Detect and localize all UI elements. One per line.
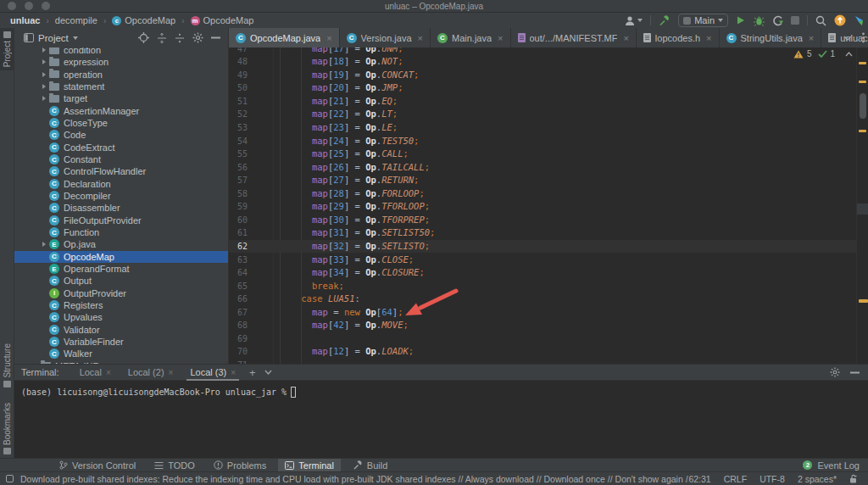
code-line-63[interactable]: 63 map[33] = Op.CLOSE; — [229, 254, 856, 267]
tree-item-variablefinder[interactable]: CVariableFinder — [14, 336, 229, 348]
line-number[interactable]: 62 — [229, 240, 248, 254]
breadcrumb-item-decompile[interactable]: decompile — [55, 15, 97, 25]
collapse-all-icon[interactable] — [175, 33, 185, 43]
search-everywhere-icon[interactable] — [815, 15, 826, 26]
code-line-58[interactable]: 58 map[28] = Op.FORLOOP; — [229, 187, 856, 201]
line-number[interactable]: 65 — [229, 280, 248, 293]
line-number[interactable]: 56 — [229, 161, 248, 175]
stop-icon[interactable] — [791, 16, 799, 25]
tree-item-validator[interactable]: CValidator — [14, 324, 229, 336]
tab-close-icon[interactable]: × — [418, 33, 423, 43]
code-line-56[interactable]: 56 map[26] = Op.TAILCALL; — [229, 161, 856, 175]
chevron-right-icon[interactable] — [38, 84, 49, 89]
scrollbar-thumb[interactable] — [860, 93, 866, 119]
terminal-tab-local-2[interactable]: Local (2)× — [120, 365, 182, 381]
file-encoding[interactable]: UTF-8 — [760, 474, 785, 484]
tree-item-registers[interactable]: CRegisters — [14, 299, 229, 311]
tree-item-fileoutputprovider[interactable]: CFileOutputProvider — [14, 215, 229, 226]
line-number[interactable]: 52 — [229, 108, 248, 121]
tree-item-code[interactable]: CCode — [14, 129, 229, 141]
tree-item-controlflowhandler[interactable]: CControlFlowHandler — [14, 165, 229, 177]
tab-stringutils-java[interactable]: CStringUtils.java× — [720, 28, 822, 47]
tree-item-decompiler[interactable]: CDecompiler — [14, 190, 229, 202]
caret-position[interactable]: 62:31 — [688, 474, 710, 484]
code-line-68[interactable]: 68 map[42] = Op.MOVE; — [229, 319, 856, 332]
tab-close-icon[interactable]: × — [106, 368, 111, 377]
tree-item-condition[interactable]: condition — [14, 47, 229, 56]
tool-window-button-todo[interactable]: TODO — [147, 459, 202, 472]
tree-item-closetype[interactable]: CCloseType — [14, 117, 229, 129]
inspections-widget[interactable]: 5 1 — [793, 48, 853, 59]
tab-close-icon[interactable]: × — [326, 33, 331, 43]
tab-close-icon[interactable]: × — [809, 33, 814, 43]
code-line-53[interactable]: 53 map[23] = Op.LE; — [229, 121, 856, 135]
line-number[interactable]: 58 — [229, 187, 248, 201]
code-line-50[interactable]: 50 map[20] = Op.JMP; — [229, 81, 856, 95]
tab-close-icon[interactable]: × — [706, 33, 711, 43]
tree-item-target[interactable]: target — [14, 92, 229, 104]
tool-window-button-build[interactable]: Build — [346, 459, 394, 472]
tool-window-button-terminal[interactable]: Terminal — [278, 459, 341, 472]
line-number[interactable]: 63 — [229, 254, 248, 267]
line-number[interactable]: 54 — [229, 135, 248, 148]
profiler-icon[interactable] — [772, 15, 783, 26]
tree-item-constant[interactable]: CConstant — [14, 153, 229, 165]
breadcrumb-item-opcodemap[interactable]: mOpcodeMap — [191, 15, 254, 25]
run-configuration-select[interactable]: Main — [678, 14, 728, 27]
chevron-right-icon[interactable] — [38, 47, 49, 53]
chevron-right-icon[interactable] — [38, 72, 49, 77]
code-line-64[interactable]: 64 map[34] = Op.CLOSURE; — [229, 266, 856, 280]
warning-stripe-mark[interactable] — [859, 130, 866, 132]
tree-item-disassembler[interactable]: CDisassembler — [14, 202, 229, 214]
code-line-59[interactable]: 59 map[29] = Op.TFORLOOP; — [229, 200, 856, 214]
chevron-right-icon[interactable] — [38, 59, 49, 64]
chevron-right-icon[interactable] — [38, 96, 49, 101]
breadcrumb-item-opcodemap[interactable]: cOpcodeMap — [112, 15, 175, 25]
line-number[interactable]: 57 — [229, 174, 248, 187]
tree-item-walker[interactable]: CWalker — [14, 348, 229, 360]
code-editor[interactable]: 47 map[17] = Op.UNM;48 map[18] = Op.NOT;… — [229, 47, 856, 364]
line-number[interactable]: 60 — [229, 214, 248, 227]
settings-gear-icon[interactable] — [192, 32, 203, 43]
line-number[interactable]: 49 — [229, 69, 248, 82]
tool-window-button-bookmarks[interactable]: Bookmarks — [0, 399, 14, 458]
line-number[interactable]: 48 — [229, 55, 248, 69]
tool-window-button-version-control[interactable]: Version Control — [53, 459, 142, 472]
tab-options-icon[interactable] — [862, 32, 865, 43]
chevron-right-icon[interactable] — [38, 242, 49, 247]
ide-updates-icon[interactable] — [834, 14, 846, 26]
terminal-output[interactable]: (base) licuisong@licuisongdeMacBook-Pro … — [14, 381, 868, 398]
debug-icon[interactable] — [754, 15, 765, 26]
tree-item-declaration[interactable]: CDeclaration — [14, 178, 229, 190]
tool-window-toggle-icon[interactable] — [6, 475, 14, 482]
terminal-dropdown-icon[interactable] — [264, 370, 272, 375]
code-line-55[interactable]: 55 map[25] = Op.CALL; — [229, 148, 856, 161]
tool-window-button-project[interactable]: Project — [0, 28, 14, 70]
terminal-tab-local[interactable]: Local× — [71, 365, 120, 381]
code-line-54[interactable]: 54 map[24] = Op.TEST50; — [229, 135, 856, 148]
line-number[interactable]: 61 — [229, 226, 248, 240]
tree-item-operation[interactable]: operation — [14, 69, 229, 81]
code-line-49[interactable]: 49 map[19] = Op.CONCAT; — [229, 69, 856, 82]
event-log-button[interactable]: 2 Event Log — [803, 460, 860, 471]
build-project-icon[interactable] — [659, 15, 670, 26]
code-line-52[interactable]: 52 map[22] = Op.LT; — [229, 108, 856, 121]
tree-item-upvalues[interactable]: CUpvalues — [14, 311, 229, 323]
terminal-tab-local-3[interactable]: Local (3)× — [181, 365, 244, 381]
status-message[interactable]: Download pre-built shared indexes: Reduc… — [20, 474, 688, 484]
line-number[interactable]: 69 — [229, 332, 248, 346]
terminal-settings-gear-icon[interactable] — [830, 367, 840, 377]
warning-stripe-mark[interactable] — [859, 81, 866, 83]
locate-file-icon[interactable] — [138, 32, 149, 43]
error-stripe[interactable] — [856, 47, 868, 364]
warning-stripe-mark[interactable] — [859, 62, 866, 64]
tree-item-expression[interactable]: expression — [14, 56, 229, 68]
line-number[interactable]: 50 — [229, 81, 248, 95]
code-line-65[interactable]: 65 break; — [229, 280, 856, 293]
code-line-47[interactable]: 47 map[17] = Op.UNM; — [229, 47, 856, 55]
tab-opcodemap-java[interactable]: COpcodeMap.java× — [229, 28, 340, 47]
tab-close-icon[interactable]: × — [498, 33, 503, 43]
lock-icon[interactable] — [849, 474, 858, 483]
warning-stripe-mark[interactable] — [859, 299, 868, 303]
tab-out-manifest-mf[interactable]: out/.../MANIFEST.MF× — [511, 28, 637, 47]
